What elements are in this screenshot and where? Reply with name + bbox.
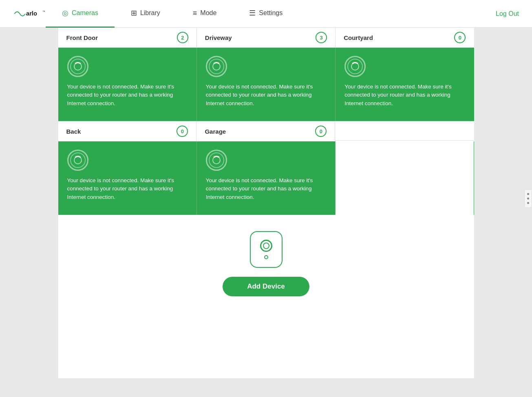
library-icon: ⊞: [131, 9, 137, 18]
scroll-dot-2: [527, 198, 529, 200]
camera-cards-row1: Your device is not connected. Make sure …: [58, 48, 474, 121]
device-dot-icon: [264, 255, 268, 259]
camera-name-front-door: Front Door: [66, 34, 98, 41]
camera-cards-row2: Your device is not connected. Make sure …: [58, 141, 474, 215]
camera-header-courtyard: Courtyard 0: [336, 28, 474, 48]
camera-header-empty: [335, 123, 474, 141]
camera-message-garage: Your device is not connected. Make sure …: [206, 176, 326, 201]
camera-card-garage: Your device is not connected. Make sure …: [197, 141, 336, 215]
logo: arlo ™: [13, 7, 46, 21]
scrollbar-indicator: [524, 190, 532, 208]
camera-message-courtyard: Your device is not connected. Make sure …: [344, 83, 465, 108]
camera-message-front-door: Your device is not connected. Make sure …: [67, 83, 188, 108]
settings-icon: ☰: [249, 9, 256, 18]
device-lens-inner-icon: [263, 243, 269, 249]
camera-message-back: Your device is not connected. Make sure …: [67, 176, 188, 201]
camera-card-front-door: Your device is not connected. Make sure …: [58, 48, 197, 121]
camera-message-driveway: Your device is not connected. Make sure …: [206, 83, 326, 108]
nav-mode[interactable]: ≡ Mode: [177, 0, 233, 28]
device-lens-icon: [260, 240, 272, 252]
camera-name-garage: Garage: [205, 128, 226, 135]
camera-name-back: Back: [66, 128, 81, 135]
nav-settings[interactable]: ☰ Settings: [233, 0, 299, 28]
nav-library[interactable]: ⊞ Library: [115, 0, 177, 28]
device-icon-wrapper: [250, 231, 283, 268]
camera-spinner-courtyard: [344, 56, 366, 77]
camera-spinner-garage: [206, 150, 227, 171]
main-content: Front Door 2 Driveway 3 Courtyard 0 Your…: [58, 28, 474, 378]
camera-count-garage: 0: [315, 126, 327, 137]
camera-card-driveway: Your device is not connected. Make sure …: [197, 48, 336, 121]
add-device-button[interactable]: Add Device: [223, 277, 309, 296]
spinner-inner-back: [74, 156, 82, 164]
logo-svg: arlo ™: [13, 7, 46, 21]
add-device-section: Add Device: [58, 215, 474, 313]
camera-count-back: 0: [177, 126, 188, 137]
camera-count-driveway: 3: [316, 32, 327, 43]
nav-cameras[interactable]: ◎ Cameras: [46, 0, 115, 28]
camera-count-courtyard: 0: [454, 32, 466, 43]
spinner-inner-garage: [212, 156, 221, 164]
spinner-inner-courtyard: [351, 62, 359, 71]
svg-text:™: ™: [42, 10, 45, 13]
svg-text:arlo: arlo: [26, 10, 37, 17]
spinner-inner-driveway: [212, 62, 221, 71]
mode-icon: ≡: [193, 9, 197, 18]
camera-name-driveway: Driveway: [205, 34, 232, 41]
cameras-icon: ◎: [62, 9, 68, 18]
header: arlo ™ ◎ Cameras ⊞ Library ≡ Mode ☰ Sett…: [0, 0, 532, 28]
camera-header-front-door: Front Door 2: [58, 28, 197, 48]
main-nav: ◎ Cameras ⊞ Library ≡ Mode ☰ Settings: [46, 0, 496, 28]
camera-spinner-front-door: [67, 56, 88, 77]
camera-row1-headers: Front Door 2 Driveway 3 Courtyard 0: [58, 28, 474, 48]
camera-card-empty: [336, 141, 474, 215]
camera-card-back: Your device is not connected. Make sure …: [58, 141, 197, 215]
camera-card-courtyard: Your device is not connected. Make sure …: [336, 48, 474, 121]
scroll-dot-1: [527, 193, 529, 195]
camera-name-courtyard: Courtyard: [344, 34, 373, 41]
camera-header-garage: Garage 0: [196, 121, 335, 141]
camera-spinner-driveway: [206, 56, 227, 77]
camera-count-front-door: 2: [177, 32, 188, 43]
camera-row2-headers: Back 0 Garage 0: [58, 121, 474, 141]
spinner-inner-front-door: [74, 62, 82, 71]
scroll-dot-3: [527, 202, 529, 204]
camera-spinner-back: [67, 150, 88, 171]
logout-button[interactable]: Log Out: [496, 10, 519, 18]
camera-header-driveway: Driveway 3: [197, 28, 336, 48]
camera-header-back: Back 0: [58, 121, 197, 141]
